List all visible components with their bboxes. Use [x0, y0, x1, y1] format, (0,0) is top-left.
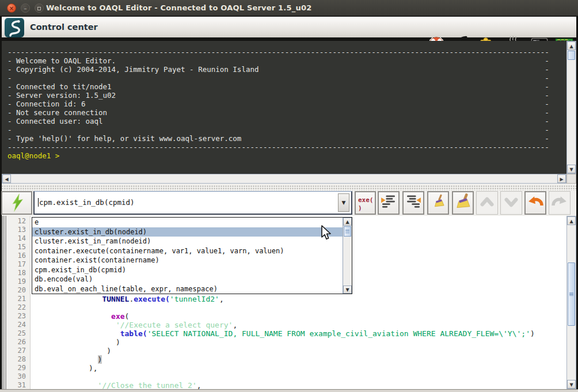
line-number: 15	[6, 243, 30, 252]
line-number: 18	[6, 269, 30, 277]
terminal-line: - Copyright (c) 2004-2014, Jimmitry Paye…	[7, 65, 566, 74]
code-line[interactable]: )	[35, 338, 557, 347]
broom-small-icon	[429, 192, 447, 212]
execute-button[interactable]	[1, 191, 32, 215]
exe-wrap-button[interactable]: exe( )	[355, 191, 376, 215]
format-align-right-button[interactable]	[402, 191, 424, 215]
text-caret	[38, 198, 39, 207]
scroll-down-icon[interactable]: ▼	[343, 286, 352, 294]
format-right-icon	[404, 192, 423, 212]
autocomplete-item[interactable]: db.eval_on_each_line(table, expr, namesp…	[32, 284, 352, 294]
line-number: 14	[6, 234, 30, 243]
line-number: 30	[6, 372, 30, 381]
autocomplete-item[interactable]: db.encode(val)	[32, 275, 352, 284]
exe-label-line1: exe(	[358, 196, 375, 204]
line-number: 22	[6, 303, 30, 312]
scroll-up-icon[interactable]: ▲	[567, 216, 576, 225]
terminal-scroll-thumb[interactable]	[568, 51, 575, 60]
terminal-line: - Not secure connection -	[7, 108, 566, 117]
undo-icon	[526, 192, 545, 212]
terminal-prompt: oaql@node1 >	[7, 151, 566, 160]
code-line[interactable]: )	[35, 355, 557, 364]
code-line[interactable]	[35, 372, 557, 381]
maximize-button[interactable]	[35, 3, 44, 13]
close-button[interactable]: ×	[7, 3, 16, 13]
code-line[interactable]: '//Close the tunnel 2',	[35, 381, 557, 389]
chevron-down-icon	[502, 192, 520, 212]
autocomplete-scroll-thumb[interactable]	[344, 226, 351, 237]
autocomplete-scrollbar[interactable]: ▲ ▼	[343, 218, 352, 294]
redo-button[interactable]	[549, 191, 571, 215]
title-bar[interactable]: × – Welcome to OAQL Editor - Connected t…	[0, 0, 578, 16]
lightning-icon	[7, 192, 26, 213]
editor-vertical-scrollbar[interactable]: ▲ ▼	[566, 216, 576, 389]
line-number: 21	[6, 295, 30, 303]
oaql-editor-window: × – Welcome to OAQL Editor - Connected t…	[0, 0, 578, 392]
move-up-button[interactable]	[476, 191, 498, 215]
terminal-line: - -	[7, 74, 566, 82]
code-line[interactable]: TUNNEL.execute('tunnelId2',	[35, 295, 557, 303]
autocomplete-item[interactable]: cluster.exist_in_db(nodeid)	[32, 227, 352, 237]
console-output[interactable]: ----------------------------------------…	[2, 41, 566, 174]
scroll-up-icon[interactable]: ▲	[343, 218, 352, 226]
code-line[interactable]: '//Execute a select query',	[35, 321, 557, 329]
line-number: 17	[6, 260, 30, 269]
clean-button[interactable]	[427, 191, 449, 215]
scroll-up-icon[interactable]: ▲	[567, 41, 576, 50]
terminal-output: ----------------------------------------…	[7, 48, 566, 151]
code-line[interactable]: ),	[35, 364, 557, 372]
line-number: 19	[6, 277, 30, 286]
code-line[interactable]: table('SELECT NATIONAL_ID, FULL_NAME FRO…	[35, 329, 557, 338]
autocomplete-list: ecluster.exist_in_db(nodeid)cluster.exis…	[32, 218, 352, 294]
broom-large-icon	[454, 192, 472, 212]
command-input[interactable]: cpm.exist_in_db(cpmid) ▼	[33, 191, 352, 215]
autocomplete-item[interactable]: container.exist(containername)	[32, 256, 352, 265]
window-bottom-border	[0, 389, 578, 392]
toolbar-title: Control center	[30, 17, 98, 38]
line-number: 31	[6, 381, 30, 389]
autocomplete-dropdown: ecluster.exist_in_db(nodeid)cluster.exis…	[32, 217, 352, 294]
scroll-left-icon[interactable]: ◀	[2, 174, 11, 183]
window-title: Welcome to OAQL Editor - Connected to OA…	[46, 0, 311, 16]
terminal-horizontal-scrollbar[interactable]: ◀ ▶	[2, 174, 566, 184]
line-number: 16	[6, 252, 30, 260]
redo-icon	[550, 192, 569, 212]
terminal-line: - Connected to tit/node1 -	[7, 82, 566, 91]
scroll-down-icon[interactable]: ▼	[567, 165, 576, 173]
scroll-right-icon[interactable]: ▶	[557, 174, 566, 183]
editor-left-strip	[2, 216, 6, 389]
splitter-handle[interactable]	[2, 185, 576, 191]
combo-dropdown-button[interactable]: ▼	[338, 193, 349, 212]
code-line[interactable]	[35, 303, 557, 312]
autocomplete-item[interactable]: container.execute(containername, var1, v…	[32, 246, 352, 256]
autocomplete-item[interactable]: e	[32, 218, 352, 227]
scroll-down-icon[interactable]: ▼	[567, 380, 576, 389]
code-line[interactable]: exe(	[35, 312, 557, 321]
clean-all-button[interactable]	[452, 191, 474, 215]
terminal-line: - Connected user: oaql -	[7, 117, 566, 125]
line-number: 29	[6, 364, 30, 372]
terminal-line: - Server version: 1.5_u02 -	[7, 91, 566, 100]
editor-scroll-thumb[interactable]	[568, 262, 575, 326]
autocomplete-item[interactable]: cpm.exist_in_db(cpmid)	[32, 265, 352, 275]
line-number: 23	[6, 312, 30, 321]
line-number: 12	[6, 217, 30, 226]
autocomplete-item[interactable]: cluster.exist_in_ram(nodeid)	[32, 237, 352, 246]
code-line[interactable]: )	[35, 347, 557, 355]
line-number: 26	[6, 338, 30, 347]
move-down-button[interactable]	[500, 191, 522, 215]
undo-button[interactable]	[524, 191, 546, 215]
scrollbar-corner	[566, 174, 576, 184]
line-number: 27	[6, 347, 30, 355]
command-input-value: cpm.exist_in_db(cpmid)	[39, 198, 135, 207]
minimize-button[interactable]: –	[21, 3, 30, 13]
line-number: 28	[6, 355, 30, 364]
terminal-vertical-scrollbar[interactable]: ▲ ▼	[566, 41, 576, 174]
terminal-line: ----------------------------------------…	[7, 48, 566, 56]
terminal-line: - Welcome to OAQL Editor. -	[7, 56, 566, 65]
mouse-pointer-icon	[320, 225, 333, 243]
main-toolbar: Control center	[2, 17, 576, 39]
line-number: 13	[6, 226, 30, 234]
chevron-up-icon	[478, 192, 496, 212]
format-align-left-button[interactable]	[378, 191, 400, 215]
